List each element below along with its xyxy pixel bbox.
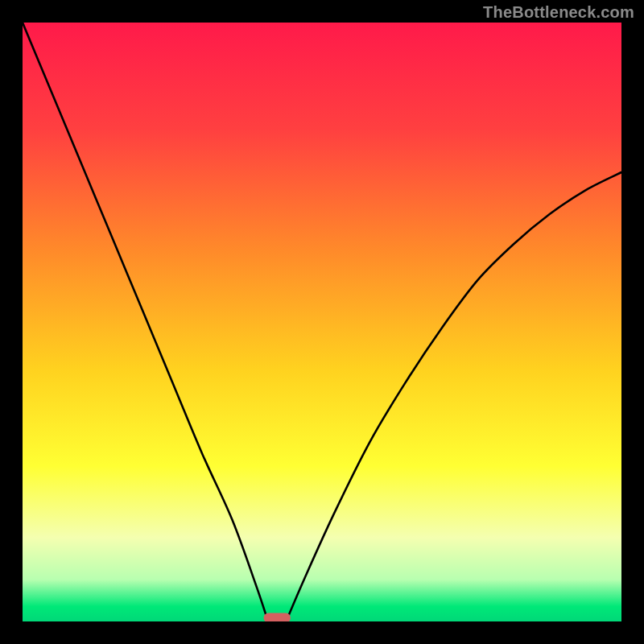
bottleneck-marker [263, 613, 290, 621]
chart-frame: TheBottleneck.com [0, 0, 644, 644]
plot-area [23, 23, 621, 621]
curve-left [23, 23, 268, 621]
curves-layer [23, 23, 621, 621]
watermark-text: TheBottleneck.com [483, 3, 634, 22]
curve-right [286, 172, 621, 621]
